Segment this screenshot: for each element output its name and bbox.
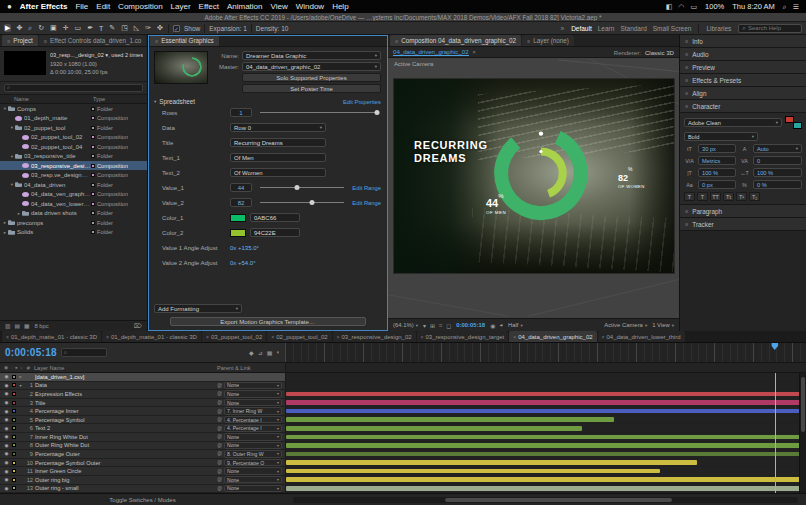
label-color-chip[interactable] (91, 145, 95, 149)
font-family-dropdown[interactable]: Adobe Clean▾ (684, 118, 782, 127)
eg-field-value[interactable]: 1 (230, 108, 252, 117)
timeline-layer-row[interactable]: ◉2Expression Effects@None▾ (0, 390, 806, 399)
eg-field-dropdown[interactable]: Row 0▾ (230, 123, 326, 132)
pick-whip-icon[interactable]: @ (217, 460, 222, 465)
timeline-layer-row[interactable]: ◉7Inner Ring White Dot@None▾ (0, 433, 806, 442)
layer-duration-bar[interactable] (286, 486, 806, 491)
twirl-down-icon[interactable]: ▾ (154, 99, 156, 104)
project-item[interactable]: ▾CompsFolder (0, 104, 147, 114)
timeline-tab[interactable]: ×03_responsive_design_02 (333, 331, 416, 342)
label-color-chip[interactable] (91, 135, 95, 139)
layer-duration-bar[interactable] (286, 443, 806, 448)
eg-field-value[interactable]: Recurring Dreams (230, 138, 326, 147)
tracking-field[interactable]: 0 (753, 156, 802, 165)
workspace-default[interactable]: Default (568, 25, 595, 32)
timeline-layer-row[interactable]: ◉5Percentage Symbol@4. Percentage I▾ (0, 416, 806, 425)
pen-tool[interactable]: ✒ (86, 24, 94, 32)
layer-name[interactable]: Title (35, 400, 215, 406)
parent-link-dropdown[interactable]: 7. Inner Ring W▾ (224, 407, 282, 415)
tab-layer[interactable]: ≡ Layer (none) (522, 35, 574, 46)
scrollbar-thumb[interactable] (445, 498, 672, 502)
project-item[interactable]: 02_puppet_tool_02Composition (0, 132, 147, 142)
workspace-learn[interactable]: Learn (595, 25, 618, 32)
scrollbar-thumb[interactable] (801, 377, 805, 432)
faux-style-button-3[interactable]: Tt (723, 192, 734, 201)
column-number[interactable]: # (27, 365, 30, 371)
eg-field-value[interactable]: 0ABC66 (250, 213, 300, 222)
timeline-lane[interactable] (285, 399, 806, 407)
pan-behind-tool[interactable]: ✛ (62, 24, 70, 32)
parent-link-dropdown[interactable]: None▾ (224, 399, 282, 407)
camera-dropdown[interactable]: Active Camera ▾ (604, 322, 647, 328)
label-color-chip[interactable] (91, 107, 95, 111)
leading-dropdown[interactable]: Auto▾ (753, 144, 802, 153)
timeline-tab[interactable]: ×02_puppet_tool_02 (267, 331, 331, 342)
layer-duration-bar[interactable] (286, 409, 806, 414)
camera-tool[interactable]: ▣ (49, 24, 58, 32)
layer-name[interactable]: Inner Green Circle (35, 468, 215, 474)
fill-color-swatch[interactable] (785, 116, 794, 123)
panel-header-paragraph[interactable]: ≡ Paragraph (680, 205, 806, 218)
vertical-scale-field[interactable]: 100 % (698, 168, 736, 177)
project-item[interactable]: 02_puppet_tool_04Composition (0, 142, 147, 152)
menu-edit[interactable]: Edit (96, 2, 110, 11)
label-color-chip[interactable] (91, 126, 95, 130)
timeline-tab[interactable]: ×03_responsive_design_target (417, 331, 509, 342)
layer-duration-bar[interactable] (286, 477, 806, 482)
timeline-tab[interactable]: ×04_data_driven_graphic_02 (509, 331, 596, 342)
eye-icon[interactable]: ◉ (3, 451, 10, 456)
battery-icon[interactable]: ▭ (690, 3, 697, 11)
timeline-lane[interactable] (285, 390, 806, 398)
parent-link-dropdown[interactable]: None▾ (224, 467, 282, 475)
label-color-chip[interactable] (12, 435, 16, 439)
close-icon[interactable]: × (602, 334, 605, 340)
label-color-chip[interactable] (12, 478, 16, 482)
project-item[interactable]: 03_responsive_design_02Composition (0, 161, 147, 171)
pick-whip-icon[interactable]: @ (217, 391, 222, 396)
close-icon[interactable]: × (271, 334, 274, 340)
label-color-chip[interactable] (91, 192, 95, 196)
timeline-lane[interactable] (285, 442, 806, 450)
layer-name[interactable]: Expression Effects (35, 391, 215, 397)
rotation-tool[interactable]: ↻ (37, 24, 45, 32)
project-item[interactable]: ▸data driven shotsFolder (0, 208, 147, 218)
eye-icon[interactable]: ◉ (3, 374, 10, 379)
panel-header-info[interactable]: ≡Info (680, 35, 806, 48)
twirl-icon[interactable]: ▾ (9, 154, 15, 159)
project-item[interactable]: 01_depth_matteComposition (0, 113, 147, 123)
layer-duration-bar[interactable] (286, 469, 660, 474)
menu-layer[interactable]: Layer (171, 2, 191, 11)
spotlight-icon[interactable]: ⌕ (783, 3, 787, 11)
magnification-icon[interactable]: ▾ (423, 322, 426, 329)
workspace-standard[interactable]: Standard (617, 25, 649, 32)
font-style-dropdown[interactable]: Bold▾ (684, 132, 758, 141)
master-comp-dropdown[interactable]: 04_data_driven_graphic_02 ▾ (242, 62, 381, 71)
edit-properties-link[interactable]: Edit Properties (343, 99, 381, 105)
timeline-tab[interactable]: ×01_depth_matte_01 - classic 3D (102, 331, 201, 342)
timeline-layer-row[interactable]: ◉11Inner Green Circle@None▾ (0, 467, 806, 476)
slider-knob[interactable] (310, 200, 315, 205)
project-item[interactable]: ▾03_responsive_titleFolder (0, 151, 147, 161)
font-size-field[interactable]: 30 px (698, 144, 736, 153)
pick-whip-icon[interactable]: @ (217, 426, 222, 431)
faux-style-button-2[interactable]: TT (710, 192, 721, 201)
breadcrumb[interactable]: 04_data_driven_graphic_02 (393, 48, 469, 56)
timeline-lane[interactable] (285, 476, 806, 484)
label-color-chip[interactable] (91, 183, 95, 187)
notification-center-icon[interactable]: ☰ (793, 3, 799, 11)
pick-whip-icon[interactable]: @ (217, 477, 222, 482)
renderer-value[interactable]: Classic 3D (645, 49, 674, 56)
label-color-chip[interactable] (12, 486, 16, 490)
menu-effect[interactable]: Effect (199, 2, 219, 11)
label-color-chip[interactable] (91, 173, 95, 177)
eg-field-value[interactable]: Of Women (230, 168, 326, 177)
channels-icon[interactable]: ◕ (499, 322, 503, 329)
timeline-lane[interactable] (285, 382, 806, 390)
pick-whip-icon[interactable]: @ (217, 383, 222, 388)
layer-duration-bar[interactable] (286, 392, 806, 397)
layer-duration-bar[interactable] (286, 426, 582, 431)
twirl-icon[interactable]: ▸ (2, 230, 8, 235)
panel-header-character[interactable]: ≡ Character (680, 100, 806, 113)
timeline-layer-row[interactable]: ◉13Outer ring - small@None▾ (0, 485, 806, 494)
layer-name[interactable]: Percentage Outer (35, 451, 215, 457)
